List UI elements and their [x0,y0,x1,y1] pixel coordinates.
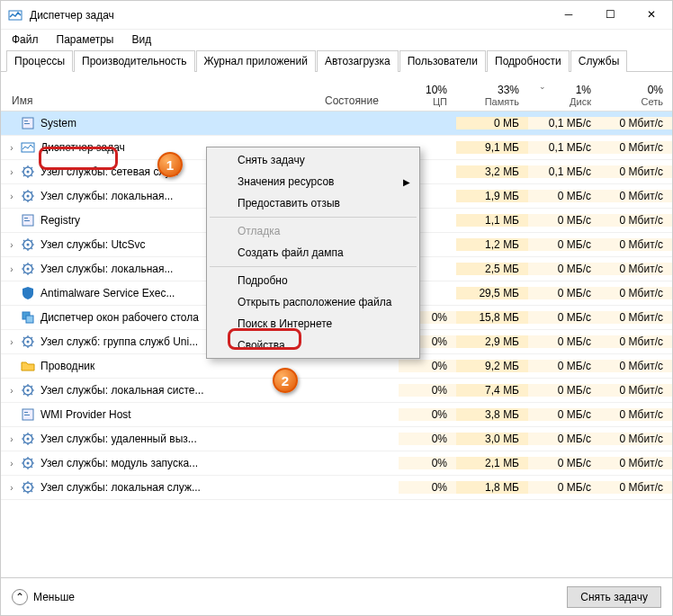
fewer-details-button[interactable]: ⌃ Меньше [12,589,75,605]
svg-rect-11 [24,220,30,221]
ctx-create-dump[interactable]: Создать файл дампа [209,242,417,263]
maximize-button[interactable]: ☐ [589,1,631,30]
expand-toggle-icon[interactable]: › [1,264,15,274]
tab-app-history[interactable]: Журнал приложений [196,50,316,72]
expand-toggle-icon[interactable]: › [1,459,15,469]
network-value: 0 Мбит/с [600,117,672,129]
menu-file[interactable]: Файл [4,31,46,48]
disk-value: 0 МБ/с [528,481,600,494]
tab-performance[interactable]: Производительность [74,50,194,72]
ctx-resource-values-label: Значения ресурсов [238,175,334,188]
network-value: 0 Мбит/с [600,408,672,421]
network-value: 0 Мбит/с [600,311,672,324]
svg-rect-4 [22,143,34,152]
expand-toggle-icon[interactable]: › [1,143,15,153]
disk-value: 0 МБ/с [528,335,600,348]
process-name: Узел службы: модуль запуска... [40,457,399,469]
network-value: 0 Мбит/с [600,384,672,397]
col-header-disk[interactable]: ⌄ 1% Диск [528,80,600,111]
process-icon [21,140,35,155]
disk-value: 0 МБ/с [528,384,600,397]
svg-rect-23 [24,412,28,413]
memory-value: 1,8 МБ [456,481,528,494]
svg-rect-10 [24,218,28,219]
ctx-search-online[interactable]: Поиск в Интернете [209,313,417,335]
memory-value: 3,0 МБ [456,433,528,445]
memory-value: 2,1 МБ [456,457,528,469]
process-icon [21,165,35,179]
cpu-value: 0% [399,360,456,372]
chevron-up-icon: ⌃ [12,589,28,605]
tab-processes[interactable]: Процессы [6,50,73,72]
ctx-open-location[interactable]: Открыть расположение файла [209,291,417,313]
col-header-cpu[interactable]: 10% ЦП [399,80,456,111]
svg-point-6 [27,171,30,174]
process-name: Проводник [40,360,399,372]
svg-point-28 [27,462,30,465]
ctx-resource-values[interactable]: Значения ресурсов▶ [209,171,417,192]
expand-toggle-icon[interactable]: › [1,386,15,396]
submenu-arrow-icon: ▶ [403,177,410,187]
svg-point-26 [27,438,30,441]
process-row[interactable]: ›Узел службы: модуль запуска...0%2,1 МБ0… [1,451,672,476]
expand-toggle-icon[interactable]: › [1,337,15,347]
col-header-name[interactable]: Имя [1,91,318,111]
process-icon [21,116,35,130]
disk-value: 0 МБ/с [528,457,600,469]
process-icon [21,335,35,349]
expand-toggle-icon[interactable]: › [1,240,15,250]
expand-toggle-icon[interactable]: › [1,483,15,493]
process-row[interactable]: WMI Provider Host0%3,8 МБ0 МБ/с0 Мбит/с [1,403,672,427]
end-task-button[interactable]: Снять задачу [567,586,661,608]
svg-point-21 [27,389,30,392]
expand-toggle-icon[interactable]: › [1,192,15,201]
ctx-go-details[interactable]: Подробно [209,270,417,291]
cpu-label: ЦП [408,96,447,107]
tab-services[interactable]: Службы [570,50,627,72]
svg-point-13 [27,244,30,246]
memory-value: 2,5 МБ [456,263,528,275]
ctx-properties[interactable]: Свойства [209,335,417,356]
network-value: 0 Мбит/с [600,433,672,445]
svg-rect-3 [24,123,30,124]
mem-label: Память [465,96,519,107]
ctx-debug: Отладка [209,220,417,242]
net-label: Сеть [609,96,663,107]
process-name: Узел службы: локальная систе... [40,384,399,397]
tab-startup[interactable]: Автозагрузка [317,50,399,72]
process-icon [21,237,35,252]
disk-value: 0 МБ/с [528,408,600,421]
process-row[interactable]: ›Узел службы: локальная служ...0%1,8 МБ0… [1,476,672,500]
process-icon [21,213,35,228]
expand-toggle-icon[interactable]: › [1,434,15,444]
titlebar: Диспетчер задач ─ ☐ ✕ [1,1,672,30]
network-value: 0 Мбит/с [600,481,672,494]
network-value: 0 Мбит/с [600,360,672,372]
disk-value: 0,1 МБ/с [528,165,600,178]
disk-label: Диск [537,96,591,107]
process-row[interactable]: ›Узел службы: удаленный выз...0%3,0 МБ0 … [1,427,672,451]
close-button[interactable]: ✕ [631,1,672,30]
menu-options[interactable]: Параметры [49,31,121,48]
cpu-value: 0% [399,384,456,397]
expand-toggle-icon[interactable]: › [1,167,15,177]
disk-value: 0 МБ/с [528,287,600,299]
ctx-feedback[interactable]: Предоставить отзыв [209,192,417,214]
tab-users[interactable]: Пользователи [399,50,486,72]
col-header-memory[interactable]: 33% Память [456,80,528,111]
col-header-state[interactable]: Состояние [318,91,399,111]
ctx-end-task[interactable]: Снять задачу [209,149,417,171]
process-row[interactable]: System0 МБ0,1 МБ/с0 Мбит/с [1,112,672,136]
disk-value: 0,1 МБ/с [528,141,600,154]
process-icon [21,262,35,276]
menu-view[interactable]: Вид [124,31,158,48]
process-row[interactable]: ›Узел службы: локальная систе...0%7,4 МБ… [1,379,672,403]
minimize-button[interactable]: ─ [548,1,589,30]
menubar: Файл Параметры Вид [1,30,672,49]
col-header-network[interactable]: 0% Сеть [600,80,672,111]
cpu-value: 0% [399,457,456,469]
process-name: Узел службы: локальная служ... [40,481,399,494]
tab-details[interactable]: Подробности [487,50,570,72]
cpu-value: 0% [399,481,456,494]
context-menu: Снять задачу Значения ресурсов▶ Предоста… [206,147,420,359]
